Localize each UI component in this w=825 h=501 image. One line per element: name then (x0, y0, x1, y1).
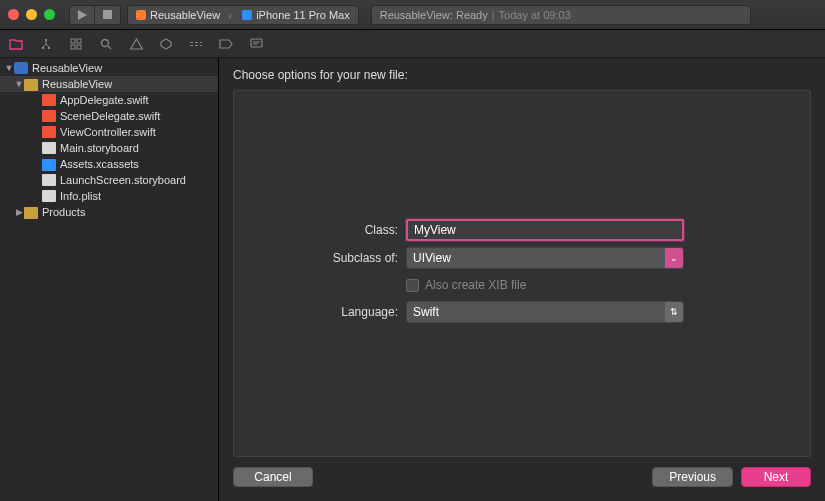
subclass-label: Subclass of: (234, 251, 406, 265)
svg-rect-10 (190, 45, 193, 46)
svg-rect-11 (195, 42, 198, 43)
titlebar: ReusableView › iPhone 11 Pro Max Reusabl… (0, 0, 825, 30)
language-label: Language: (234, 305, 406, 319)
svg-rect-13 (200, 42, 202, 43)
xib-label: Also create XIB file (425, 278, 526, 292)
run-button[interactable] (69, 5, 95, 25)
swift-file-icon (42, 126, 56, 138)
products-node[interactable]: ▶ Products (0, 204, 218, 220)
navigator-tabs (0, 30, 825, 58)
swift-file-icon (42, 110, 56, 122)
file-node[interactable]: LaunchScreen.storyboard (0, 172, 218, 188)
file-node[interactable]: SceneDelegate.swift (0, 108, 218, 124)
file-node[interactable]: Main.storyboard (0, 140, 218, 156)
status-project: ReusableView: (380, 9, 453, 21)
scheme-target-label: ReusableView (150, 9, 220, 21)
file-name: Info.plist (60, 190, 101, 202)
window-controls (8, 9, 55, 20)
group-name: ReusableView (42, 78, 112, 90)
scheme-selector[interactable]: ReusableView › iPhone 11 Pro Max (127, 5, 359, 25)
svg-rect-5 (77, 39, 81, 43)
status-time: Today at 09:03 (499, 9, 571, 21)
language-value: Swift (413, 305, 439, 319)
status-separator: | (492, 9, 495, 21)
file-name: Assets.xcassets (60, 158, 139, 170)
svg-rect-4 (71, 39, 75, 43)
svg-rect-9 (190, 42, 193, 43)
file-name: LaunchScreen.storyboard (60, 174, 186, 186)
symbol-navigator-tab[interactable] (68, 36, 84, 52)
file-node[interactable]: AppDelegate.swift (0, 92, 218, 108)
breakpoint-navigator-tab[interactable] (218, 36, 234, 52)
report-navigator-tab[interactable] (248, 36, 264, 52)
project-icon (14, 62, 28, 74)
scheme-device-label: iPhone 11 Pro Max (256, 9, 350, 21)
svg-rect-2 (42, 47, 44, 49)
svg-rect-15 (251, 39, 262, 47)
source-control-navigator-tab[interactable] (38, 36, 54, 52)
folder-icon (24, 207, 38, 219)
debug-navigator-tab[interactable] (188, 36, 204, 52)
class-label: Class: (234, 223, 406, 237)
new-file-sheet: Choose options for your new file: Class:… (219, 58, 825, 501)
file-name: AppDelegate.swift (60, 94, 149, 106)
close-window-button[interactable] (8, 9, 19, 20)
svg-point-8 (102, 39, 109, 46)
disclosure-triangle-icon[interactable]: ▼ (4, 63, 14, 73)
next-button[interactable]: Next (741, 467, 811, 487)
sheet-footer: Cancel Previous Next (219, 467, 825, 501)
issue-navigator-tab[interactable] (128, 36, 144, 52)
previous-button[interactable]: Previous (652, 467, 733, 487)
run-stop-group (69, 5, 121, 25)
sheet-title: Choose options for your new file: (219, 58, 825, 90)
test-navigator-tab[interactable] (158, 36, 174, 52)
storyboard-file-icon (42, 174, 56, 186)
plist-file-icon (42, 190, 56, 202)
file-node[interactable]: Assets.xcassets (0, 156, 218, 172)
file-name: Main.storyboard (60, 142, 139, 154)
device-icon (242, 10, 252, 20)
language-popup[interactable]: Swift ⇅ (406, 301, 684, 323)
file-node[interactable]: Info.plist (0, 188, 218, 204)
subclass-value: UIView (413, 251, 451, 265)
find-navigator-tab[interactable] (98, 36, 114, 52)
svg-rect-0 (103, 10, 112, 19)
project-navigator-tab[interactable] (8, 36, 24, 52)
assets-folder-icon (42, 159, 56, 171)
svg-rect-7 (77, 45, 81, 49)
project-node[interactable]: ▼ ReusableView (0, 60, 218, 76)
class-name-input[interactable] (406, 219, 684, 241)
subclass-combobox[interactable]: UIView ⌄ (406, 247, 684, 269)
file-name: ViewController.swift (60, 126, 156, 138)
cancel-button[interactable]: Cancel (233, 467, 313, 487)
svg-rect-12 (195, 45, 198, 46)
minimize-window-button[interactable] (26, 9, 37, 20)
folder-icon (24, 79, 38, 91)
stop-button[interactable] (95, 5, 121, 25)
svg-rect-1 (45, 39, 47, 41)
disclosure-triangle-icon[interactable]: ▶ (14, 207, 24, 217)
storyboard-file-icon (42, 142, 56, 154)
swift-file-icon (42, 94, 56, 106)
file-node[interactable]: ViewController.swift (0, 124, 218, 140)
svg-rect-3 (48, 47, 50, 49)
group-node[interactable]: ▼ ReusableView (0, 76, 218, 92)
products-name: Products (42, 206, 85, 218)
project-name: ReusableView (32, 62, 102, 74)
status-state: Ready (456, 9, 488, 21)
disclosure-triangle-icon[interactable]: ▼ (14, 79, 24, 89)
chevron-down-icon: ⌄ (665, 248, 683, 268)
zoom-window-button[interactable] (44, 9, 55, 20)
xib-checkbox[interactable] (406, 279, 419, 292)
svg-rect-14 (200, 45, 202, 46)
project-navigator: ▼ ReusableView ▼ ReusableView AppDelegat… (0, 58, 219, 501)
file-name: SceneDelegate.swift (60, 110, 160, 122)
target-icon (136, 10, 146, 20)
updown-icon: ⇅ (665, 302, 683, 322)
sheet-body: Class: Subclass of: UIView ⌄ Also create… (233, 90, 811, 457)
svg-rect-6 (71, 45, 75, 49)
activity-status: ReusableView: Ready | Today at 09:03 (371, 5, 751, 25)
